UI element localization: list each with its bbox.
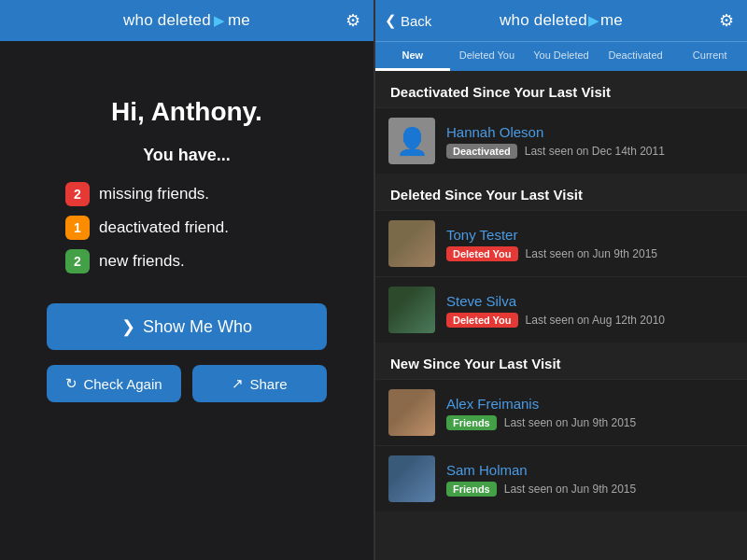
right-panel: ❮ Back who deleted ▶ me ⚙ NewDeleted You…: [375, 0, 747, 560]
person-row-steve[interactable]: Steve Silva Deleted You Last seen on Aug…: [375, 276, 747, 343]
person-info-tony: Tony Tester Deleted You Last seen on Jun…: [446, 227, 657, 261]
stat-item-new: 2 new friends.: [65, 249, 229, 273]
stat-badge-deactivated: 1: [65, 216, 90, 240]
back-arrow-icon: ❮: [385, 12, 397, 29]
left-header: who deleted ▶ me ⚙: [0, 0, 374, 41]
stat-badge-new: 2: [65, 249, 90, 273]
avatar-steve: [388, 287, 435, 333]
bottom-buttons: ↻ Check Again ↗ Share: [47, 365, 327, 402]
person-last-seen-alex: Last seen on Jun 9th 2015: [504, 416, 636, 429]
person-meta-sam: Friends Last seen on Jun 9th 2015: [446, 482, 636, 497]
person-row-hannah[interactable]: 👤 Hannah Oleson Deactivated Last seen on…: [375, 107, 747, 174]
check-icon: ↻: [65, 375, 78, 392]
person-last-seen-tony: Last seen on Jun 9th 2015: [526, 247, 657, 260]
person-name-sam: Sam Holman: [446, 462, 636, 478]
tab-you-deleted[interactable]: You Deleted: [524, 42, 599, 71]
person-name-steve: Steve Silva: [446, 293, 665, 309]
left-panel: who deleted ▶ me ⚙ Hi, Anthony. You have…: [0, 0, 374, 560]
avatar-sam: [388, 455, 435, 502]
right-settings-gear-icon[interactable]: ⚙: [719, 10, 734, 31]
person-meta-hannah: Deactivated Last seen on Dec 14th 2011: [446, 144, 665, 159]
tab-new[interactable]: New: [375, 42, 450, 71]
left-content: Hi, Anthony. You have... 2 missing frien…: [0, 41, 374, 560]
section-header-new-section: New Since Your Last Visit: [375, 343, 747, 379]
person-tag-alex: Friends: [446, 415, 497, 430]
header-title-start: who deleted: [123, 11, 211, 30]
stat-badge-missing: 2: [65, 182, 90, 206]
avatar-tony: [388, 220, 435, 267]
person-meta-alex: Friends Last seen on Jun 9th 2015: [446, 415, 636, 430]
person-tag-tony: Deleted You: [446, 246, 518, 261]
right-title-start: who deleted: [500, 11, 587, 30]
tabs-bar: NewDeleted YouYou DeletedDeactivatedCurr…: [375, 41, 747, 71]
person-name-tony: Tony Tester: [446, 227, 657, 243]
header-title-end: me: [228, 11, 250, 30]
greeting-text: Hi, Anthony.: [111, 97, 262, 127]
avatar-alex: [388, 389, 435, 436]
person-meta-steve: Deleted You Last seen on Aug 12th 2010: [446, 313, 665, 328]
share-button[interactable]: ↗ Share: [192, 365, 327, 402]
person-last-seen-hannah: Last seen on Dec 14th 2011: [525, 145, 665, 158]
header-arrow-icon: ▶: [214, 12, 225, 29]
avatar-hannah: 👤: [388, 118, 435, 164]
person-tag-steve: Deleted You: [446, 313, 518, 328]
right-title-arrow-icon: ▶: [588, 12, 599, 29]
person-name-alex: Alex Freimanis: [446, 396, 636, 412]
person-last-seen-sam: Last seen on Jun 9th 2015: [504, 483, 636, 496]
stat-label-deactivated: deactivated friend.: [99, 218, 229, 237]
right-scroll-area: Deactivated Since Your Last Visit 👤 Hann…: [375, 71, 747, 560]
tab-current[interactable]: Current: [672, 42, 747, 71]
stat-item-deactivated: 1 deactivated friend.: [65, 216, 229, 240]
person-row-tony[interactable]: Tony Tester Deleted You Last seen on Jun…: [375, 210, 747, 276]
person-last-seen-steve: Last seen on Aug 12th 2010: [526, 314, 665, 327]
back-button[interactable]: ❮ Back: [385, 12, 431, 29]
check-again-label: Check Again: [83, 376, 162, 392]
stat-item-missing: 2 missing friends.: [65, 182, 229, 206]
avatar-person-icon: 👤: [396, 126, 429, 157]
person-name-hannah: Hannah Oleson: [446, 124, 665, 140]
right-header-title: who deleted ▶ me: [500, 11, 623, 30]
person-info-hannah: Hannah Oleson Deactivated Last seen on D…: [446, 124, 665, 159]
stat-label-missing: missing friends.: [99, 185, 209, 203]
person-info-alex: Alex Freimanis Friends Last seen on Jun …: [446, 396, 636, 430]
right-title-end: me: [600, 11, 623, 30]
person-info-steve: Steve Silva Deleted You Last seen on Aug…: [446, 293, 665, 328]
show-me-arrow-icon: ❯: [121, 316, 135, 337]
show-me-who-button[interactable]: ❯ Show Me Who: [47, 303, 327, 350]
check-again-button[interactable]: ↻ Check Again: [47, 365, 181, 402]
tab-deleted-you[interactable]: Deleted You: [450, 42, 525, 71]
section-header-deactivated-section: Deactivated Since Your Last Visit: [375, 71, 747, 107]
person-tag-sam: Friends: [446, 482, 497, 497]
person-row-alex[interactable]: Alex Freimanis Friends Last seen on Jun …: [375, 379, 747, 445]
settings-gear-icon[interactable]: ⚙: [345, 10, 360, 31]
stats-list: 2 missing friends. 1 deactivated friend.…: [28, 182, 229, 273]
right-header: ❮ Back who deleted ▶ me ⚙: [375, 0, 747, 41]
person-info-sam: Sam Holman Friends Last seen on Jun 9th …: [446, 462, 636, 497]
person-meta-tony: Deleted You Last seen on Jun 9th 2015: [446, 246, 657, 261]
person-row-sam[interactable]: Sam Holman Friends Last seen on Jun 9th …: [375, 445, 747, 511]
share-icon: ↗: [232, 375, 244, 392]
share-label: Share: [249, 376, 287, 392]
left-header-title: who deleted ▶ me: [123, 11, 250, 30]
section-header-deleted-section: Deleted Since Your Last Visit: [375, 174, 747, 210]
show-me-label: Show Me Who: [143, 317, 252, 337]
you-have-text: You have...: [143, 146, 231, 165]
tab-deactivated[interactable]: Deactivated: [599, 42, 673, 71]
person-tag-hannah: Deactivated: [446, 144, 517, 159]
stat-label-new: new friends.: [99, 252, 185, 271]
back-label: Back: [401, 13, 431, 29]
